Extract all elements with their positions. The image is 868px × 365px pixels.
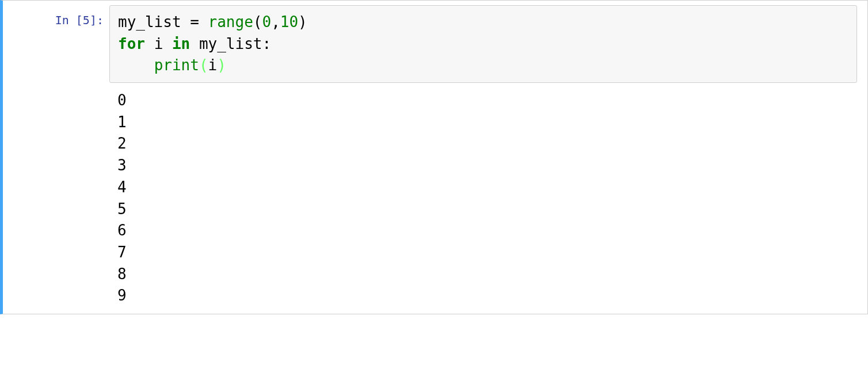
code-token: ( <box>253 13 262 31</box>
output-area: 0 1 2 3 4 5 6 7 8 9 <box>109 88 857 307</box>
code-token: my_list <box>199 35 262 52</box>
output-line: 3 <box>117 157 127 174</box>
code-token: my_list <box>118 13 181 31</box>
output-line: 2 <box>117 135 127 152</box>
code-token: i <box>208 56 218 74</box>
code-token: ) <box>298 13 307 31</box>
code-token: = <box>181 13 208 31</box>
code-token <box>190 35 199 52</box>
output-line: 4 <box>117 178 127 196</box>
output-line: 5 <box>117 200 127 218</box>
output-line: 8 <box>117 265 127 283</box>
code-token <box>163 35 172 52</box>
code-token: for <box>118 35 145 52</box>
code-token: i <box>154 35 163 52</box>
code-token <box>145 35 154 52</box>
input-row: In [5]: my_list = range(0,10) for i in m… <box>3 1 867 83</box>
output-line: 7 <box>117 244 127 261</box>
notebook-cell: In [5]: my_list = range(0,10) for i in m… <box>0 0 868 314</box>
code-token: print <box>154 56 199 74</box>
output-line: 0 <box>117 92 127 109</box>
output-line: 6 <box>117 222 127 239</box>
output-row: 0 1 2 3 4 5 6 7 8 9 <box>3 83 867 314</box>
output-line: 1 <box>117 113 127 131</box>
code-token: ( <box>199 56 208 74</box>
input-prompt: In [5]: <box>3 5 104 27</box>
code-token: in <box>172 35 190 52</box>
code-input[interactable]: my_list = range(0,10) for i in my_list: … <box>109 5 857 83</box>
code-token: 0 <box>262 13 271 31</box>
code-token: range <box>208 13 253 31</box>
code-token: ) <box>217 56 226 74</box>
code-token: : <box>262 35 271 52</box>
code-token: 10 <box>280 13 298 31</box>
code-token: , <box>271 13 280 31</box>
output-line: 9 <box>117 287 127 304</box>
code-token <box>118 56 154 74</box>
output-prompt <box>3 88 104 96</box>
